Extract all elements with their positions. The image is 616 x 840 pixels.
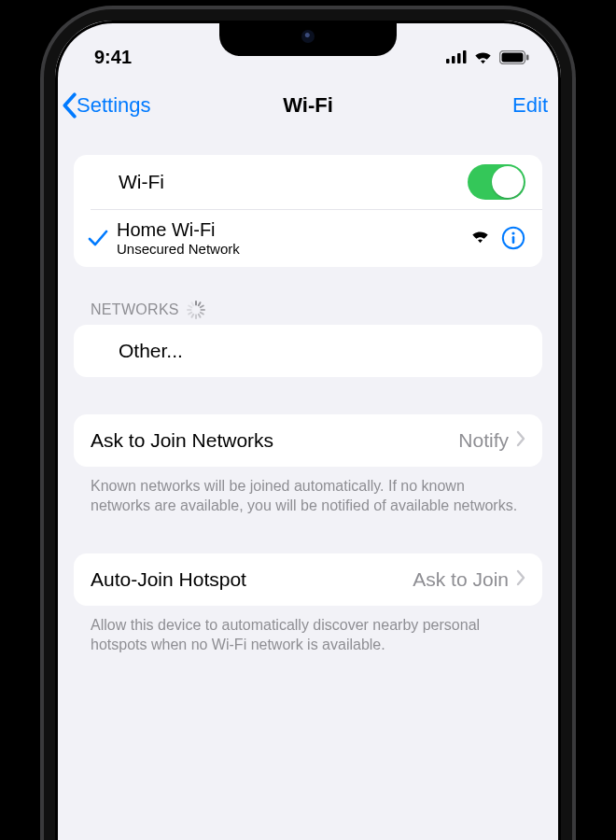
auto-hotspot-row[interactable]: Auto-Join Hotspot Ask to Join: [74, 553, 542, 606]
edit-button[interactable]: Edit: [512, 93, 548, 118]
svg-line-15: [199, 314, 201, 316]
svg-line-21: [191, 302, 193, 305]
svg-rect-6: [526, 54, 529, 60]
other-label: Other...: [119, 340, 183, 362]
back-button[interactable]: Settings: [61, 92, 151, 119]
svg-rect-9: [512, 236, 515, 244]
networks-section-header: NETWORKS: [91, 301, 542, 319]
connected-network-row[interactable]: Home Wi-Fi Unsecured Network: [74, 210, 542, 267]
chevron-right-icon: [516, 569, 525, 590]
auto-hotspot-label: Auto-Join Hotspot: [91, 568, 246, 591]
ask-join-value: Notify: [458, 429, 509, 452]
info-icon[interactable]: [501, 226, 525, 250]
wifi-signal-icon: [470, 229, 490, 247]
back-label: Settings: [77, 93, 151, 118]
nav-bar: Settings Wi-Fi Edit: [55, 80, 561, 131]
networks-header-text: NETWORKS: [91, 301, 179, 318]
svg-line-20: [189, 305, 191, 307]
wifi-group: Wi-Fi Home Wi-Fi Unsecured Network: [74, 155, 542, 267]
svg-line-18: [189, 312, 191, 314]
networks-group: Other...: [74, 325, 542, 377]
ask-join-group: Ask to Join Networks Notify: [74, 414, 542, 467]
svg-rect-3: [463, 50, 467, 63]
battery-icon: [499, 50, 529, 64]
svg-rect-1: [452, 56, 455, 63]
svg-rect-0: [446, 59, 450, 63]
svg-rect-2: [457, 53, 461, 63]
auto-hotspot-value: Ask to Join: [413, 568, 509, 591]
svg-rect-5: [502, 52, 524, 62]
svg-line-11: [199, 302, 201, 305]
svg-point-8: [511, 232, 514, 235]
status-time: 9:41: [83, 47, 132, 68]
wifi-toggle[interactable]: [468, 164, 525, 200]
cell-signal-icon: [446, 50, 467, 63]
ask-join-footer: Known networks will be joined automatica…: [91, 476, 525, 516]
auto-hotspot-footer: Allow this device to automatically disco…: [91, 615, 525, 655]
ask-join-row[interactable]: Ask to Join Networks Notify: [74, 414, 542, 467]
checkmark-icon: [85, 229, 111, 247]
auto-hotspot-group: Auto-Join Hotspot Ask to Join: [74, 553, 542, 606]
device-notch: [219, 17, 397, 56]
ask-join-label: Ask to Join Networks: [91, 429, 273, 452]
svg-line-17: [191, 314, 193, 316]
chevron-right-icon: [516, 430, 525, 451]
other-network-row[interactable]: Other...: [74, 325, 542, 377]
svg-line-14: [201, 312, 203, 314]
connected-network-subtitle: Unsecured Network: [117, 242, 240, 258]
spinner-icon: [187, 301, 205, 319]
wifi-toggle-label: Wi-Fi: [119, 171, 164, 193]
wifi-icon: [473, 50, 493, 64]
chevron-left-icon: [61, 92, 77, 119]
wifi-toggle-row: Wi-Fi: [74, 155, 542, 209]
connected-network-name: Home Wi-Fi: [117, 219, 240, 241]
svg-line-12: [201, 305, 203, 307]
